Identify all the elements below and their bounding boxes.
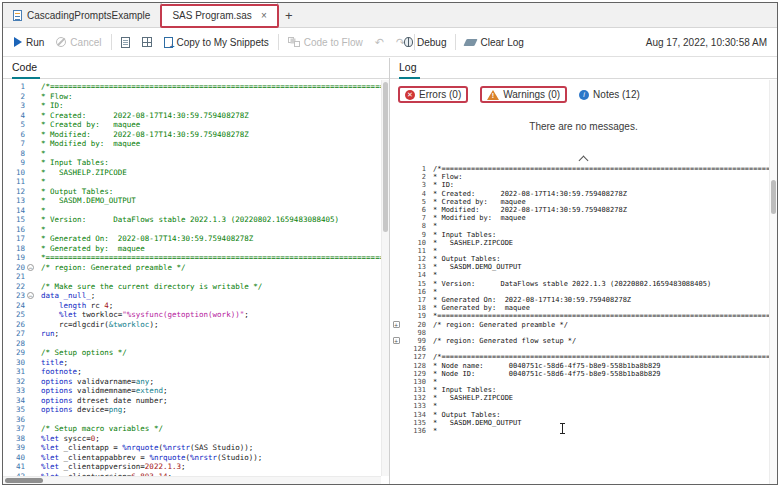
code-line: 25 %let tworkloc="%sysfunc(getoption(wor… — [3, 310, 389, 320]
tab-log[interactable]: Log — [399, 61, 420, 79]
line-number: 13 — [402, 263, 426, 271]
code-text: /*======================================… — [36, 82, 389, 92]
collapse-region-icon[interactable]: − — [27, 292, 34, 299]
log-panel: Log ✕ Errors (0) Warnings (0) — [390, 58, 777, 484]
expand-region-icon[interactable]: + — [393, 321, 400, 328]
code-line: 38%let syscc=0; — [3, 434, 389, 444]
collapse-messages-icon[interactable] — [579, 154, 588, 163]
log-line: 131* Input Tables: — [390, 386, 777, 394]
code-line: 11* — [3, 177, 389, 187]
log-line: +20/* region: Generated preamble */ — [390, 321, 777, 329]
line-number: 10 — [3, 168, 25, 178]
log-text: * SASDM.DEMO_OUTPUT — [426, 263, 522, 271]
code-line: 22/* Make sure the current directory is … — [3, 282, 389, 292]
collapse-region-icon[interactable]: − — [27, 264, 34, 271]
log-text: * — [426, 271, 437, 279]
warnings-annotation-highlight: Warnings (0) — [480, 86, 567, 103]
main-split: Code 1/*================================… — [3, 58, 777, 484]
line-number: 99 — [402, 337, 426, 345]
line-number: 16 — [402, 288, 426, 296]
undo-button[interactable]: ↶ — [372, 35, 387, 49]
tab-sas-program[interactable]: SAS Program.sas × — [161, 3, 277, 28]
code-text: title; — [36, 358, 68, 368]
log-text: /*======================================… — [426, 353, 777, 361]
line-number: 17 — [402, 296, 426, 304]
scrollbar-thumb[interactable] — [771, 180, 776, 214]
code-text: * Modified by: maquee — [36, 139, 140, 149]
log-content[interactable]: 1/*=====================================… — [390, 165, 777, 435]
line-number: 32 — [3, 377, 25, 387]
log-line: 133* — [390, 402, 777, 410]
run-icon — [14, 37, 22, 47]
save-button[interactable] — [118, 35, 133, 50]
line-number: 127 — [402, 353, 426, 361]
code-line: 29/* Setup options */ — [3, 348, 389, 358]
line-number: 132 — [402, 394, 426, 402]
line-number: 14 — [3, 206, 25, 216]
errors-filter[interactable]: ✕ Errors (0) — [405, 89, 461, 100]
log-line: 7* Modified by: maquee — [390, 214, 777, 222]
line-number: 133 — [402, 402, 426, 410]
log-line: 127/*===================================… — [390, 353, 777, 361]
close-icon[interactable]: × — [261, 10, 267, 21]
cancel-icon — [56, 37, 66, 47]
log-vertical-scrollbar[interactable] — [769, 80, 777, 484]
cancel-button[interactable]: Cancel — [53, 35, 104, 50]
error-icon: ✕ — [405, 90, 415, 100]
line-number: 4 — [402, 190, 426, 198]
run-button[interactable]: Run — [11, 35, 47, 50]
code-text: * Created by: maquee — [36, 120, 140, 130]
line-number: 98 — [402, 329, 426, 337]
new-tab-button[interactable]: + — [278, 3, 300, 27]
line-number: 12 — [402, 255, 426, 263]
code-text: * SASHELP.ZIPCODE — [36, 168, 127, 178]
code-text: * Generated On: 2022-08-17T14:30:59.7594… — [36, 234, 253, 244]
code-to-flow-button[interactable]: Code to Flow — [285, 35, 366, 50]
code-line: 33options validmemname=extend; — [3, 386, 389, 396]
code-editor[interactable]: 1/*=====================================… — [3, 80, 389, 484]
code-line: 8* — [3, 149, 389, 159]
code-line: 2* Flow: — [3, 92, 389, 102]
line-number: 14 — [402, 271, 426, 279]
clear-log-button[interactable]: Clear Log — [462, 35, 526, 50]
copy-to-snippets-button[interactable]: Copy to My Snippets — [161, 35, 272, 50]
code-text: rc=dlgcdir(&tworkloc); — [36, 320, 158, 330]
tab-cascading-prompts-example[interactable]: CascadingPromptsExample — [3, 3, 161, 27]
tab-code[interactable]: Code — [12, 61, 40, 79]
code-line: 26 rc=dlgcdir(&tworkloc); — [3, 320, 389, 330]
notes-filter[interactable]: i Notes (12) — [579, 89, 640, 100]
scrollbar-thumb[interactable] — [5, 478, 43, 483]
log-line: 98 — [390, 329, 777, 337]
log-line: 15* Version: DataFlows stable 2022.1.3 (… — [390, 280, 777, 288]
debug-button[interactable]: Debug — [401, 35, 449, 50]
log-text: * Generated by: maquee — [426, 304, 530, 312]
line-number: 34 — [3, 396, 25, 406]
code-horizontal-scrollbar[interactable] — [3, 476, 381, 484]
code-text: %let syscc=0; — [36, 434, 100, 444]
code-line: 3* ID: — [3, 101, 389, 111]
log-line: +99/* region: Generated flow setup */ — [390, 337, 777, 345]
line-number: 15 — [3, 215, 25, 225]
code-line: 13* SASDM.DEMO_OUTPUT — [3, 196, 389, 206]
debug-icon — [404, 37, 413, 47]
warnings-filter[interactable]: Warnings (0) — [487, 89, 560, 100]
line-number: 1 — [402, 165, 426, 173]
code-vertical-scrollbar[interactable] — [381, 80, 389, 476]
line-number: 9 — [402, 231, 426, 239]
log-text: * ID: — [426, 181, 454, 189]
code-line: 37/* Setup macro variables */ — [3, 424, 389, 434]
log-toolbar-group: Debug Clear Log — [401, 28, 527, 56]
print-button[interactable] — [139, 35, 155, 49]
line-number: 24 — [3, 301, 25, 311]
expand-region-icon[interactable]: + — [393, 337, 400, 344]
log-text: * Node ID: 0040751c-58d6-4f75-b8e9-558b1… — [426, 370, 661, 378]
warnings-label: Warnings (0) — [503, 89, 560, 100]
log-line: 18* Generated by: maquee — [390, 304, 777, 312]
scrollbar-thumb[interactable] — [383, 82, 388, 232]
flow-file-icon — [13, 10, 22, 21]
errors-label: Errors (0) — [419, 89, 461, 100]
log-text: * Created: 2022-08-17T14:30:59.759408278… — [426, 190, 627, 198]
clear-log-label: Clear Log — [480, 37, 523, 48]
code-text: * — [36, 206, 46, 216]
text-cursor — [562, 423, 563, 434]
